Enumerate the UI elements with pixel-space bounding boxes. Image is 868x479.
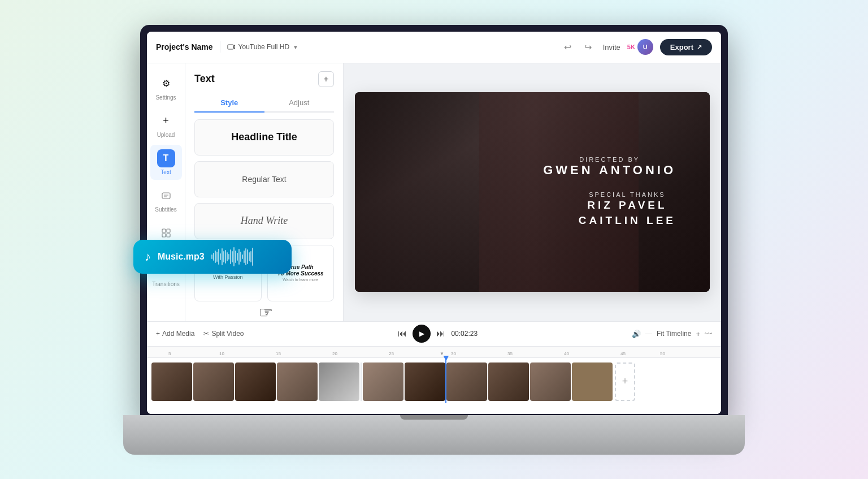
ruler-mark-3: 20: [332, 351, 337, 356]
thanks-names: RIZ PAVELCAITLIN LEE: [579, 198, 676, 228]
add-track-button[interactable]: +: [615, 363, 635, 401]
wbar-6: [220, 253, 221, 260]
timeline-thumb-10[interactable]: [530, 363, 571, 401]
ruler-mark-5: 30: [451, 351, 456, 356]
split-video-button[interactable]: ✂ Split Video: [203, 330, 244, 338]
ruler-mark-2: 15: [276, 351, 281, 356]
template-regular[interactable]: Regular Text: [194, 161, 334, 197]
wbar-3: [215, 251, 216, 263]
timeline-thumb-3[interactable]: [235, 363, 276, 401]
icon-sidebar: ⚙ Settings + Upload T Text: [147, 63, 185, 321]
wbar-2: [213, 253, 214, 261]
timeline-thumb-2[interactable]: [193, 363, 234, 401]
timeline-thumb-7[interactable]: [405, 363, 445, 401]
tab-adjust[interactable]: Adjust: [264, 94, 335, 111]
sidebar-item-subtitles[interactable]: Subtitles: [150, 182, 182, 217]
redo-button[interactable]: ↪: [580, 39, 596, 55]
music-filename: Music.mp3: [158, 252, 205, 262]
wbar-8: [223, 251, 224, 262]
wbar-25: [252, 248, 253, 266]
top-bar-divider: [220, 41, 220, 53]
waveform-button[interactable]: 〰: [705, 330, 712, 338]
format-selector[interactable]: YouTube Full HD ▼: [227, 43, 298, 51]
template-handwrite[interactable]: Hand Write: [194, 203, 334, 239]
add-media-button[interactable]: + Add Media: [156, 330, 194, 338]
add-text-button[interactable]: +: [318, 71, 334, 87]
tabs: Style Adjust: [194, 94, 334, 113]
right-controls: 🔊 — Fit Timeline + 〰: [632, 330, 712, 338]
timeline-thumb-9[interactable]: [488, 363, 529, 401]
export-button[interactable]: Export ↗: [660, 39, 712, 55]
top-bar: Project's Name YouTube Full HD ▼ ↩ ↪ Inv: [147, 32, 721, 63]
settings-icon: ⚙: [157, 75, 175, 93]
timeline-thumb-8[interactable]: [446, 363, 487, 401]
volume-button[interactable]: 🔊: [632, 330, 641, 338]
ruler-mark-6: 35: [507, 351, 513, 356]
timeline-thumb-1[interactable]: [151, 363, 192, 401]
true-path-watch: Watch to learn more: [283, 278, 318, 282]
chevron-down-icon: ▼: [293, 44, 298, 50]
scissors-icon: ✂: [203, 330, 209, 338]
ruler-mark-7: 40: [564, 351, 569, 356]
wbar-16: [237, 253, 238, 261]
music-badge[interactable]: ♪ Music.mp3: [133, 240, 292, 274]
sidebar-label-subtitles: Subtitles: [155, 206, 176, 213]
text-panel-header: Text +: [185, 63, 343, 87]
wbar-23: [249, 252, 250, 261]
headline-label: Headline Title: [231, 131, 297, 143]
wbar-4: [216, 252, 218, 262]
undo-button[interactable]: ↩: [560, 39, 576, 55]
fit-timeline-label: Fit Timeline: [657, 330, 691, 338]
avatar-group: 5K U: [627, 39, 653, 55]
sidebar-item-text[interactable]: T Text: [150, 145, 182, 180]
wbar-18: [240, 252, 241, 262]
timeline-tracks: +: [147, 358, 721, 401]
bottom-controls-bar: + Add Media ✂ Split Video ⏮ ▶ ⏭ 00:02:23…: [147, 321, 721, 346]
track-thumbnails: [151, 363, 613, 401]
music-note-icon: ♪: [145, 249, 151, 264]
svg-rect-0: [228, 45, 233, 49]
wbar-20: [244, 251, 245, 263]
play-button[interactable]: ▶: [413, 325, 431, 343]
video-overlay-text: DIRECTED BY GWEN ANTONIO SPECIAL THANKS …: [355, 92, 710, 292]
main-area: ⚙ Settings + Upload T Text: [147, 63, 721, 321]
svg-rect-1: [162, 193, 170, 198]
sidebar-item-upload[interactable]: + Upload: [150, 107, 182, 143]
skip-back-button[interactable]: ⏮: [398, 329, 407, 339]
text-templates: Headline Title Regular Text Hand Write M…: [185, 113, 343, 321]
screen-bezel: Project's Name YouTube Full HD ▼ ↩ ↪ Inv: [140, 25, 728, 421]
invite-button[interactable]: Invite: [603, 43, 620, 51]
project-name: Project's Name: [156, 42, 213, 51]
text-icon: T: [157, 149, 175, 167]
special-thanks-label: SPECIAL THANKS: [579, 191, 676, 198]
timeline-thumb-4[interactable]: [277, 363, 318, 401]
sidebar-item-settings[interactable]: ⚙ Settings: [150, 70, 182, 105]
sidebar-label-settings: Settings: [155, 94, 176, 101]
timeline-playhead: [445, 358, 446, 403]
svg-rect-6: [162, 234, 166, 237]
skip-forward-button[interactable]: ⏭: [436, 329, 445, 339]
zoom-in-button[interactable]: +: [696, 330, 700, 338]
subtitles-icon: [157, 187, 175, 205]
timeline-thumb-6[interactable]: [363, 363, 403, 401]
template-headline[interactable]: Headline Title: [194, 119, 334, 156]
wbar-13: [232, 251, 233, 262]
wbar-22: [247, 249, 248, 264]
credits-directed: DIRECTED BY GWEN ANTONIO: [543, 156, 676, 178]
sidebar-label-upload: Upload: [157, 132, 175, 138]
wbar-5: [218, 249, 219, 265]
timeline-thumb-11[interactable]: [572, 363, 613, 401]
director-name: GWEN ANTONIO: [543, 163, 676, 178]
music-icon-wrap: ♪: [145, 249, 151, 264]
wbar-12: [230, 249, 231, 264]
svg-rect-5: [167, 229, 170, 232]
timeline-thumb-5[interactable]: [319, 363, 359, 401]
wbar-15: [235, 251, 236, 263]
wbar-11: [228, 254, 229, 260]
split-video-label: Split Video: [211, 330, 244, 338]
tab-style[interactable]: Style: [194, 94, 264, 111]
credits-thanks: SPECIAL THANKS RIZ PAVELCAITLIN LEE: [579, 191, 676, 228]
wbar-7: [222, 248, 223, 265]
sidebar-label-text: Text: [160, 169, 171, 175]
screen: Project's Name YouTube Full HD ▼ ↩ ↪ Inv: [147, 32, 721, 414]
